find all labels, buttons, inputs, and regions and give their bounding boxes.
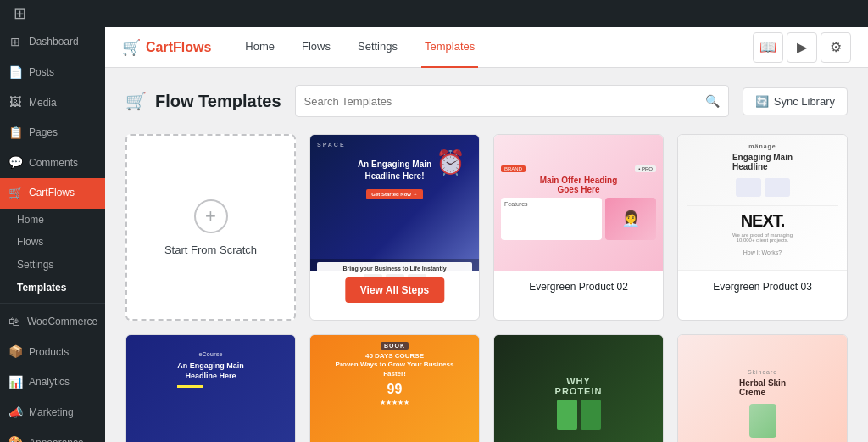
analytics-icon: 📊 — [8, 374, 22, 391]
template-card-ep3[interactable]: mänage Engaging MainHeadline NEXT. We ar… — [677, 134, 848, 321]
sidebar-item-appearance[interactable]: 🎨 Appearance — [0, 428, 105, 442]
sidebar-item-woocommerce[interactable]: 🛍 WooCommerce — [0, 307, 105, 338]
nav-gear-icon[interactable]: ⚙ — [821, 32, 851, 63]
sidebar-item-media[interactable]: 🖼 Media — [0, 87, 105, 118]
top-nav: 🛒 CartFlows Home Flows Settings Template… — [105, 27, 868, 68]
brand-name: CartFlows — [146, 40, 211, 55]
scratch-card[interactable]: + Start From Scratch — [125, 134, 296, 321]
brand: 🛒 CartFlows — [122, 38, 211, 57]
template-footer-ep3: Evergreen Product 03 — [678, 271, 847, 301]
nav-book-icon[interactable]: 📖 — [753, 32, 783, 63]
main-content: 🛒 CartFlows Home Flows Settings Template… — [105, 0, 868, 442]
scratch-label: Start From Scratch — [164, 243, 257, 256]
template-thumb-herbal: Skincare Herbal SkinCreme — [678, 335, 847, 442]
woo-section: 🛍 WooCommerce 📦 Products 📊 Analytics 📣 M… — [0, 303, 105, 442]
woocommerce-icon: 🛍 — [8, 314, 20, 331]
sidebar-item-comments[interactable]: 💬 Comments — [0, 148, 105, 178]
admin-bar: ⊞ — [0, 0, 868, 27]
nav-icons: 📖 ▶ ⚙ — [753, 32, 851, 63]
media-icon: 🖼 — [8, 94, 22, 111]
search-icon: 🔍 — [705, 94, 720, 108]
nav-item-home[interactable]: Home — [242, 27, 278, 68]
products-icon: 📦 — [8, 344, 22, 361]
template-card-herbal[interactable]: PRO Skincare Herbal SkinCreme Herbal Ski… — [677, 334, 848, 442]
cartflows-submenu: Home Flows Settings Templates — [0, 209, 105, 299]
template-thumb-space: SPACE An Engaging MainHeadline Here! Get… — [310, 135, 479, 271]
posts-icon: 📄 — [8, 64, 22, 81]
dashboard-icon: ⊞ — [8, 34, 22, 51]
sync-icon: 🔄 — [755, 95, 769, 108]
sidebar-item-cartflows[interactable]: 🛒 CartFlows — [0, 178, 105, 209]
nav-video-icon[interactable]: ▶ — [787, 32, 817, 63]
sidebar-item-home[interactable]: Home — [8, 209, 105, 232]
template-footer-ep2: Evergreen Product 02 — [494, 271, 663, 301]
page-header: 🛒 Flow Templates 🔍 🔄 Sync Library — [125, 85, 848, 117]
sidebar-item-marketing[interactable]: 📣 Marketing — [0, 398, 105, 428]
sync-library-button[interactable]: 🔄 Sync Library — [743, 87, 848, 115]
template-thumb-ep2: BRAND • PRO Main Offer HeadingGoes Here … — [494, 135, 663, 271]
templates-grid-row2: eCourse An Engaging MainHeadline Here PR… — [125, 334, 848, 442]
scratch-plus-icon: + — [194, 199, 228, 233]
nav-item-flows[interactable]: Flows — [298, 27, 334, 68]
template-thumb-45days: BOOK 45 DAYS COURSEProven Ways to Grow Y… — [310, 335, 479, 442]
sidebar-item-dashboard[interactable]: ⊞ Dashboard — [0, 27, 105, 58]
search-box[interactable]: 🔍 — [295, 85, 729, 117]
comments-icon: 💬 — [8, 154, 22, 171]
template-card-blue[interactable]: eCourse An Engaging MainHeadline Here — [125, 334, 296, 442]
view-all-steps-button[interactable]: View All Steps — [345, 277, 444, 303]
template-thumb-ep3: mänage Engaging MainHeadline NEXT. We ar… — [678, 135, 847, 271]
brand-icon: 🛒 — [122, 38, 141, 57]
sidebar-item-pages[interactable]: 📋 Pages — [0, 118, 105, 148]
sidebar: ⊞ Dashboard 📄 Posts 🖼 Media 📋 Pages 💬 Co… — [0, 0, 105, 442]
marketing-icon: 📣 — [8, 405, 22, 422]
pages-icon: 📋 — [8, 125, 22, 142]
cartflows-icon: 🛒 — [8, 185, 22, 202]
content-area: 🛒 Flow Templates 🔍 🔄 Sync Library + Star… — [105, 68, 868, 442]
sidebar-item-settings[interactable]: Settings — [8, 254, 105, 277]
thumb-clock: ⏰ — [436, 148, 465, 176]
template-thumb-blue: eCourse An Engaging MainHeadline Here — [126, 335, 295, 442]
template-card-supplement[interactable]: PRO WHYPROTEIN — [493, 334, 664, 442]
template-card-ep2[interactable]: BRAND • PRO Main Offer HeadingGoes Here … — [493, 134, 664, 321]
templates-grid: + Start From Scratch SPACE An Engaging M… — [125, 134, 848, 321]
wp-logo-icon[interactable]: ⊞ — [7, 4, 33, 23]
sidebar-item-products[interactable]: 📦 Products — [0, 337, 105, 367]
page-icon: 🛒 — [125, 91, 147, 111]
template-card-space[interactable]: SPACE An Engaging MainHeadline Here! Get… — [309, 134, 480, 321]
appearance-icon: 🎨 — [8, 434, 22, 442]
sidebar-item-posts[interactable]: 📄 Posts — [0, 58, 105, 88]
nav-item-templates[interactable]: Templates — [421, 27, 478, 68]
page-header-left: 🛒 Flow Templates — [125, 91, 281, 111]
sidebar-item-templates[interactable]: Templates — [8, 277, 105, 299]
sidebar-item-analytics[interactable]: 📊 Analytics — [0, 367, 105, 398]
page-title: Flow Templates — [155, 92, 281, 111]
template-thumb-supplement: WHYPROTEIN — [494, 335, 663, 442]
search-input[interactable] — [304, 95, 705, 108]
sidebar-item-flows[interactable]: Flows — [8, 231, 105, 254]
thumb-logo: SPACE — [317, 142, 346, 151]
template-card-45days[interactable]: PRO BOOK 45 DAYS COURSEProven Ways to Gr… — [309, 334, 480, 442]
nav-item-settings[interactable]: Settings — [354, 27, 401, 68]
